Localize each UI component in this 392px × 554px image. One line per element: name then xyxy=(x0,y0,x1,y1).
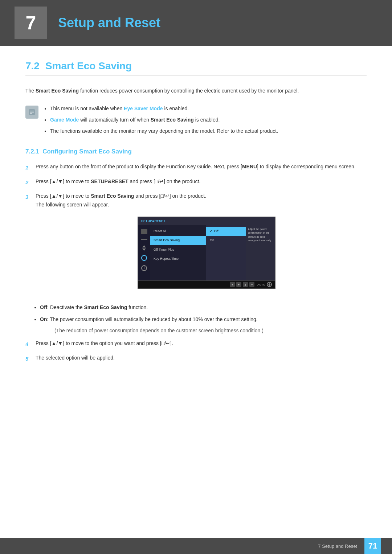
smart-eco-ref-off: Smart Eco Saving xyxy=(84,304,127,310)
main-content: 7.2Smart Eco Saving The Smart Eco Saving… xyxy=(0,46,392,398)
screen-body: i Reset All Smart Eco Saving Off Timer P… xyxy=(138,225,275,280)
up-arrow xyxy=(142,245,146,247)
note-item-1: This menu is not available when Eye Save… xyxy=(50,104,278,113)
screen-top-bar: SETUP&RESET xyxy=(138,217,275,225)
note-item-3: The functions available on the monitor m… xyxy=(50,127,278,136)
down-arrow xyxy=(142,249,146,251)
submenu-on: On xyxy=(206,236,246,245)
menu-item-reset-all: Reset All xyxy=(150,227,206,236)
subsection-number: 7.2.1 xyxy=(25,148,39,155)
game-mode-link: Game Mode xyxy=(50,117,79,123)
btn-enter: ↵ xyxy=(249,282,254,287)
step-4-number: 4 xyxy=(25,340,32,349)
step-2: 2 Press [▲/▼] to move to SETUP&RESET and… xyxy=(25,177,367,187)
note-box: This menu is not available when Eye Save… xyxy=(25,104,367,138)
bottom-auto: AUTO xyxy=(257,282,265,287)
subsection-heading: 7.2.1 Configuring Smart Eco Saving xyxy=(25,148,367,155)
screen-bottom-bar: ◄ ▼ ▲ ↵ AUTO ⏻ xyxy=(138,280,275,288)
step-3-text: Press [▲/▼] to move to Smart Eco Saving … xyxy=(36,192,367,298)
section-title: Smart Eco Saving xyxy=(45,60,132,71)
bullet-options-list: Off: Deactivate the Smart Eco Saving fun… xyxy=(25,303,367,336)
eye-saver-link: Eye Saver Mode xyxy=(124,106,163,111)
check-mark: ✓ xyxy=(210,229,213,234)
chapter-number-box: 7 xyxy=(15,7,47,39)
step-3: 3 Press [▲/▼] to move to Smart Eco Savin… xyxy=(25,192,367,298)
reduction-note: (The reduction of power consumption depe… xyxy=(54,326,367,335)
btn-down: ▼ xyxy=(236,282,241,287)
screen-icon-arrows xyxy=(142,245,146,251)
header-banner: 7 Setup and Reset xyxy=(0,0,392,46)
intro-text-after: function reduces power consumption by co… xyxy=(79,88,299,94)
power-btn: ⏻ xyxy=(267,282,272,287)
smart-eco-saving-ref: Smart Eco Saving xyxy=(151,117,194,123)
intro-bold-term: Smart Eco Saving xyxy=(36,88,79,94)
menu-item-off-timer: Off Timer Plus xyxy=(150,245,206,254)
btn-up: ▲ xyxy=(243,282,248,287)
note-list: This menu is not available when Eye Save… xyxy=(44,104,278,138)
subsection-title: Configuring Smart Eco Saving xyxy=(42,148,132,155)
screen-menu-title: SETUP&RESET xyxy=(141,218,166,224)
note-icon xyxy=(25,106,38,119)
step-1: 1 Press any button on the front of the p… xyxy=(25,163,367,172)
steps-continued: 4 Press [▲/▼] to move to the option you … xyxy=(25,339,367,364)
gear-icon xyxy=(141,255,147,261)
step-2-number: 2 xyxy=(25,178,32,187)
info-icon: i xyxy=(141,265,147,271)
step-2-text: Press [▲/▼] to move to SETUP&RESET and p… xyxy=(36,177,367,186)
intro-paragraph: The Smart Eco Saving function reduces po… xyxy=(25,87,367,95)
bullet-on: On: The power consumption will automatic… xyxy=(40,315,367,335)
screen-left-icons: i xyxy=(138,225,150,280)
step-5-text: The selected option will be applied. xyxy=(36,354,367,362)
footer: 7 Setup and Reset 71 xyxy=(0,538,392,554)
on-label: On xyxy=(40,316,47,322)
btn-left: ◄ xyxy=(230,282,235,287)
step-3-subtext: The following screen will appear. xyxy=(36,202,109,208)
screen-icon-2 xyxy=(141,239,147,240)
step-5: 5 The selected option will be applied. xyxy=(25,354,367,364)
screen-icon-1 xyxy=(141,229,147,234)
section-number: 7.2 xyxy=(25,60,40,71)
step-4-text: Press [▲/▼] to move to the option you wa… xyxy=(36,339,367,348)
menu-item-key-repeat: Key Repeat Time xyxy=(150,254,206,263)
footer-text: 7 Setup and Reset xyxy=(318,543,357,549)
screen-side-note: Adjust the power consumption of the prod… xyxy=(246,225,275,280)
step-4: 4 Press [▲/▼] to move to the option you … xyxy=(25,339,367,349)
bullet-off: Off: Deactivate the Smart Eco Saving fun… xyxy=(40,303,367,312)
menu-item-smart-eco: Smart Eco Saving xyxy=(150,236,206,245)
chapter-title: Setup and Reset xyxy=(58,15,160,30)
screen-container: SETUP&RESET xyxy=(46,217,367,289)
step-3-number: 3 xyxy=(25,192,32,202)
screen-submenu: ✓ Off On xyxy=(206,225,246,280)
off-label: Off xyxy=(40,304,47,310)
section-heading: 7.2Smart Eco Saving xyxy=(25,60,367,76)
note-item-2: Game Mode will automatically turn off wh… xyxy=(50,115,278,124)
step-1-text: Press any button on the front of the pro… xyxy=(36,163,367,171)
step-5-number: 5 xyxy=(25,354,32,364)
footer-page-number: 71 xyxy=(364,538,381,554)
step-1-number: 1 xyxy=(25,163,32,172)
submenu-off: ✓ Off xyxy=(206,227,246,236)
screen-menu-list: Reset All Smart Eco Saving Off Timer Plu… xyxy=(150,225,206,280)
chapter-number: 7 xyxy=(26,12,36,34)
monitor-screen: SETUP&RESET xyxy=(138,217,275,289)
steps-list: 1 Press any button on the front of the p… xyxy=(25,163,367,298)
